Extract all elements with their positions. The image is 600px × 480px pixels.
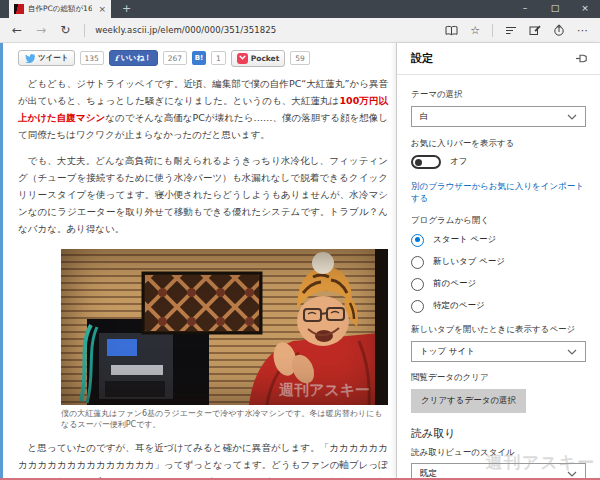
settings-pane: 設定 テーマの選択 白 お気に入りバーを表示する オフ 別のブラウザーからお気に… bbox=[396, 43, 600, 478]
pin-pane-icon[interactable] bbox=[575, 49, 588, 68]
browser-tab[interactable]: 自作PCの総額が160万円 × bbox=[9, 0, 111, 18]
radio-option-new-tab-page[interactable]: 新しいタブ ページ bbox=[411, 255, 586, 269]
close-button[interactable]: × bbox=[570, 0, 600, 18]
favorites-star-icon[interactable]: ☆ bbox=[470, 25, 480, 36]
maximize-button[interactable]: □ bbox=[540, 0, 570, 18]
radio-label: 前のページ bbox=[433, 278, 476, 290]
photo-vignette bbox=[61, 249, 388, 405]
radio-label: スタート ページ bbox=[433, 234, 496, 246]
favorites-bar-toggle-row: オフ bbox=[411, 155, 586, 169]
tweet-button[interactable]: ツイート bbox=[18, 50, 75, 66]
photo-dark-edge bbox=[375, 249, 388, 405]
new-tab-page-label: 新しいタブを開いたときに表示するページ bbox=[411, 324, 586, 336]
window-left-edge bbox=[0, 43, 3, 478]
radio-selected-icon[interactable] bbox=[411, 234, 424, 247]
clear-browsing-data-label: 閲覧データのクリア bbox=[411, 372, 586, 384]
like-label: いいね！ bbox=[121, 53, 152, 63]
photo-man-with-pc: 週刊アスキー bbox=[61, 249, 388, 405]
browser-toolbar: ← → ↻ weekly.ascii.jp/elem/000/000/351/3… bbox=[0, 18, 600, 43]
tab-title: 自作PCの総額が160万円 bbox=[28, 4, 92, 14]
facebook-f-icon: f bbox=[115, 54, 118, 63]
new-tab-page-dropdown[interactable]: トップ サイト bbox=[411, 341, 586, 362]
minimize-button[interactable]: – bbox=[510, 0, 540, 18]
toolbar-separator bbox=[84, 24, 85, 37]
forward-icon[interactable]: → bbox=[36, 23, 46, 37]
hub-icon[interactable] bbox=[505, 25, 517, 36]
browser-window: 自作PCの総額が160万円 × + – □ × ← → ↻ weekly.asc… bbox=[0, 0, 600, 480]
twitter-bird-icon bbox=[24, 53, 35, 63]
radio-icon[interactable] bbox=[411, 256, 424, 269]
settings-header: 設定 bbox=[397, 43, 600, 75]
toolbar-right-icons: ☆ ⋯ bbox=[445, 24, 588, 37]
reading-view-icon[interactable] bbox=[445, 25, 458, 36]
choose-what-to-clear-button[interactable]: クリアするデータの選択 bbox=[411, 389, 526, 413]
article-paragraph-3: と思っていたのですが、耳を近づけてみると確かに異音がします。「カカカカカカカカカ… bbox=[18, 439, 388, 478]
article-photo: 週刊アスキー 僕の大紅蓮丸はファン6基のラジエーターで冷やす水冷マシンです。冬は… bbox=[61, 249, 388, 430]
open-with-label: プログラムから開く bbox=[411, 215, 586, 227]
hatena-bookmark-button[interactable]: B! bbox=[192, 51, 206, 65]
favorites-bar-toggle[interactable] bbox=[411, 155, 441, 169]
reading-view-style-label: 読み取りビューのスタイル bbox=[411, 447, 586, 459]
theme-dropdown[interactable]: 白 bbox=[411, 106, 586, 127]
radio-label: 特定のページ bbox=[433, 300, 485, 312]
pocket-count: 59 bbox=[290, 51, 310, 65]
pocket-button[interactable]: Pocket bbox=[231, 50, 286, 67]
more-options-icon[interactable]: ⋯ bbox=[577, 25, 588, 36]
chevron-down-icon bbox=[567, 471, 577, 477]
window-controls: – □ × bbox=[510, 0, 600, 18]
facebook-like-button[interactable]: f いいね！ bbox=[109, 50, 158, 66]
new-tab-button[interactable]: + bbox=[111, 0, 142, 18]
article-paragraph-2: でも、大丈夫。どんな高負荷にも耐えられるようきっちり水冷化し、フィッティング（チ… bbox=[18, 152, 388, 237]
tab-close-icon[interactable]: × bbox=[96, 4, 106, 14]
tweet-label: ツイート bbox=[38, 53, 69, 63]
new-tab-page-value: トップ サイト bbox=[420, 346, 475, 358]
radio-option-start-page[interactable]: スタート ページ bbox=[411, 233, 586, 247]
paragraph-text: どもども、ジサトライッペイです。近頃、編集部で僕の自作PC“大紅蓮丸”から異音が… bbox=[18, 78, 388, 106]
hatena-count: 1 bbox=[211, 51, 226, 65]
favorites-bar-label: お気に入りバーを表示する bbox=[411, 138, 586, 150]
site-favicon-icon bbox=[14, 4, 24, 14]
pocket-icon bbox=[237, 53, 248, 64]
back-icon[interactable]: ← bbox=[12, 23, 22, 37]
theme-label: テーマの選択 bbox=[411, 89, 586, 101]
toolbar-separator bbox=[492, 24, 493, 37]
address-bar[interactable]: weekly.ascii.jp/elem/000/000/351/351825 bbox=[95, 25, 276, 35]
titlebar: 自作PCの総額が160万円 × + – □ × bbox=[0, 0, 600, 18]
chevron-down-icon bbox=[567, 349, 577, 355]
article-paragraph-1: どもども、ジサトライッペイです。近頃、編集部で僕の自作PC“大紅蓮丸”から異音が… bbox=[18, 75, 388, 143]
tweet-count: 135 bbox=[80, 51, 104, 65]
photo-caption: 僕の大紅蓮丸はファン6基のラジエーターで冷やす水冷マシンです。冬は暖房替わりにも… bbox=[61, 408, 388, 430]
share-icon[interactable] bbox=[553, 24, 565, 36]
refresh-icon[interactable]: ↻ bbox=[60, 23, 70, 37]
content-area: ツイート 135 f いいね！ 267 B! 1 Pocket 59 bbox=[0, 43, 600, 478]
chevron-down-icon bbox=[567, 114, 577, 120]
social-share-row: ツイート 135 f いいね！ 267 B! 1 Pocket 59 bbox=[18, 50, 388, 66]
radio-icon[interactable] bbox=[411, 278, 424, 291]
theme-value: 白 bbox=[420, 111, 429, 123]
web-note-icon[interactable] bbox=[529, 24, 541, 36]
radio-option-previous-page[interactable]: 前のページ bbox=[411, 277, 586, 291]
settings-title: 設定 bbox=[411, 51, 433, 66]
import-favorites-link[interactable]: 別のブラウザーからお気に入りをインポートする bbox=[411, 180, 586, 204]
radio-label: 新しいタブ ページ bbox=[433, 256, 505, 268]
radio-option-specific-page[interactable]: 特定のページ bbox=[411, 299, 586, 313]
toggle-state-label: オフ bbox=[450, 156, 467, 168]
pocket-label: Pocket bbox=[251, 54, 280, 63]
radio-icon[interactable] bbox=[411, 300, 424, 313]
article-column: ツイート 135 f いいね！ 267 B! 1 Pocket 59 bbox=[3, 43, 396, 478]
like-count: 267 bbox=[163, 51, 187, 65]
reading-section-title: 読み取り bbox=[411, 426, 586, 441]
toggle-knob bbox=[415, 159, 422, 166]
